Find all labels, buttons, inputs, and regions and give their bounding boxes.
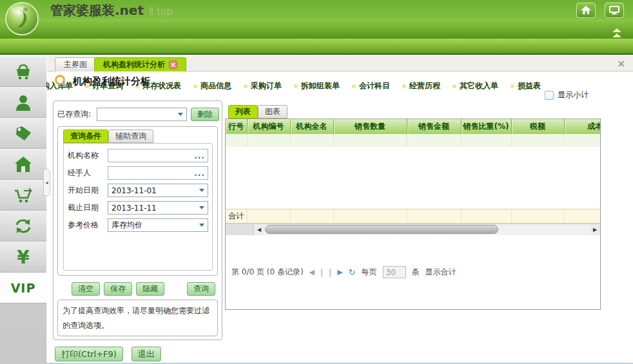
- monitor-button[interactable]: [605, 3, 624, 18]
- scrollbar-track[interactable]: [264, 224, 590, 235]
- total-label: 合计: [226, 209, 247, 224]
- quick-item-accounting[interactable]: 会计科目: [352, 81, 390, 91]
- per-page-input[interactable]: [383, 266, 406, 278]
- save-button[interactable]: 保存: [104, 282, 132, 296]
- quick-item-assembly[interactable]: 拆卸组装单: [294, 81, 340, 91]
- col-sales-ratio[interactable]: 销售比重(%): [461, 119, 511, 134]
- page-title: 机构盈利统计分析: [73, 75, 150, 88]
- sidebar-collapse-handle[interactable]: ◂: [43, 169, 50, 196]
- col-org-name[interactable]: 机构全名: [290, 119, 333, 134]
- total-row: 合计: [226, 209, 600, 224]
- quick-item-other-income[interactable]: 其它收入单: [453, 81, 498, 91]
- table-row: [226, 134, 600, 147]
- tab-list-view[interactable]: 列表: [228, 105, 258, 119]
- yen-icon: ¥: [17, 247, 29, 268]
- next-page-icon[interactable]: ▶: [337, 268, 342, 276]
- col-sales-amount[interactable]: 销售金额: [407, 119, 461, 134]
- tab-auxiliary-query[interactable]: 辅助查询: [108, 129, 153, 143]
- sidebar-item-tag[interactable]: [0, 118, 46, 149]
- refresh-icon: [14, 218, 32, 235]
- home-icon: [14, 156, 32, 173]
- cart-arrow-icon: [14, 187, 33, 204]
- app-logo-icon: [5, 1, 40, 37]
- lookup-ellipsis-icon[interactable]: ...: [194, 171, 205, 176]
- end-date-select[interactable]: 2013-11-11: [108, 201, 208, 215]
- home-icon: [581, 6, 591, 15]
- per-page-unit: 条: [412, 267, 420, 278]
- chevron-down-icon: [199, 224, 204, 227]
- magnifier-icon: [54, 74, 68, 88]
- query-button[interactable]: 查询: [187, 282, 215, 296]
- end-date-label: 截止日期: [68, 202, 108, 213]
- basket-icon: [14, 63, 32, 80]
- tab-main-screen[interactable]: 主界面: [55, 57, 96, 72]
- handler-field[interactable]: ...: [108, 166, 208, 180]
- col-sales-qty[interactable]: 销售数量: [333, 119, 407, 134]
- print-button[interactable]: 打印(Ctrl+F9): [55, 347, 123, 361]
- pagination-bar: 第 0/0 页 (0 条记录) ◀ | | ▶ ↻ 每页 条 显示合计: [226, 235, 600, 309]
- handler-label: 经手人: [68, 168, 108, 178]
- tab-chart-view[interactable]: 图表: [258, 105, 287, 119]
- sidebar-item-person[interactable]: [0, 87, 46, 118]
- tab-query-conditions[interactable]: 查询条件: [63, 129, 108, 143]
- person-icon: [15, 94, 32, 111]
- query-hint-text: 为了提高查询效率，请尽量明确您需要过滤的查询选项。: [57, 300, 218, 336]
- app-title-text: 管家婆服装.net: [50, 3, 144, 18]
- sidebar: ¥ VIP: [0, 56, 46, 364]
- bullet-icon: [294, 84, 298, 88]
- app-title-suffix: Ⅱ top: [149, 6, 173, 17]
- results-table: 行号 机构编号 机构全名 销售数量 销售金额 销售比重(%) 税额 成本金额: [226, 119, 600, 147]
- sidebar-item-cart[interactable]: [0, 180, 46, 211]
- tabstrip-close-icon[interactable]: ×: [617, 59, 625, 68]
- quick-item-business-history[interactable]: 经营历程: [402, 81, 440, 91]
- col-row-number[interactable]: 行号: [226, 119, 247, 134]
- totals-table: 合计: [226, 209, 600, 224]
- chevron-down-icon: [199, 206, 204, 209]
- sidebar-item-basket[interactable]: [0, 56, 46, 87]
- prev-page-icon[interactable]: ◀: [309, 268, 315, 276]
- chevron-left-icon: ◂: [45, 180, 48, 186]
- start-date-select[interactable]: 2013-11-01: [108, 184, 208, 197]
- tag-icon: [14, 125, 32, 142]
- chevron-up-icon: [612, 28, 621, 32]
- lookup-ellipsis-icon[interactable]: ...: [194, 153, 205, 158]
- chevron-up-icon: [612, 34, 621, 37]
- sidebar-item-home[interactable]: [0, 149, 46, 180]
- quick-item-purchase-order[interactable]: 采购订单: [244, 81, 282, 91]
- saved-query-select[interactable]: [97, 108, 187, 121]
- col-org-code[interactable]: 机构编号: [247, 119, 290, 134]
- tab-org-profit-analysis[interactable]: 机构盈利统计分析 ×: [94, 57, 186, 72]
- page-info: 第 0/0 页 (0 条记录): [231, 267, 304, 278]
- quick-item-product-info[interactable]: 商品信息: [193, 81, 231, 91]
- close-tab-icon[interactable]: ×: [169, 61, 177, 69]
- scrollbar-corner: [226, 224, 254, 235]
- scroll-right-icon[interactable]: ▶: [590, 224, 600, 235]
- clear-button[interactable]: 清空: [72, 282, 100, 296]
- show-subtotal-checkbox[interactable]: [545, 91, 554, 100]
- delete-button[interactable]: 删除: [191, 108, 219, 121]
- ref-price-select[interactable]: 库存均价: [108, 218, 208, 232]
- refresh-icon[interactable]: ↻: [349, 267, 356, 277]
- per-page-label: 每页: [362, 267, 377, 278]
- sidebar-item-money[interactable]: ¥: [0, 242, 46, 273]
- show-total-link[interactable]: 显示合计: [425, 267, 456, 278]
- show-subtotal-label: 显示小计: [558, 90, 589, 101]
- hide-button[interactable]: 隐藏: [136, 282, 164, 296]
- grid-empty-area: [226, 147, 600, 209]
- condition-box: 查询条件 辅助查询 机构名称 ... 经手人 ... 开始日期: [57, 126, 218, 276]
- sidebar-item-refresh[interactable]: [0, 211, 46, 242]
- scroll-left-icon[interactable]: ◀: [254, 224, 264, 235]
- quick-item-profit-loss[interactable]: 损益表: [511, 81, 541, 91]
- exit-button[interactable]: 退出: [131, 347, 161, 361]
- collapse-header-button[interactable]: [612, 28, 621, 39]
- monitor-icon: [609, 6, 619, 15]
- home-button[interactable]: [576, 3, 596, 18]
- col-cost-amount[interactable]: 成本金额: [564, 119, 600, 134]
- horizontal-scrollbar[interactable]: ◀ ▶: [226, 224, 600, 235]
- sidebar-item-vip[interactable]: VIP: [0, 273, 46, 303]
- results-grid: 行号 机构编号 机构全名 销售数量 销售金额 销售比重(%) 税额 成本金额: [225, 119, 601, 310]
- col-tax[interactable]: 税额: [511, 119, 564, 134]
- scrollbar-thumb[interactable]: [265, 225, 498, 234]
- saved-query-label: 已存查询:: [57, 109, 97, 120]
- org-name-field[interactable]: ...: [108, 149, 208, 162]
